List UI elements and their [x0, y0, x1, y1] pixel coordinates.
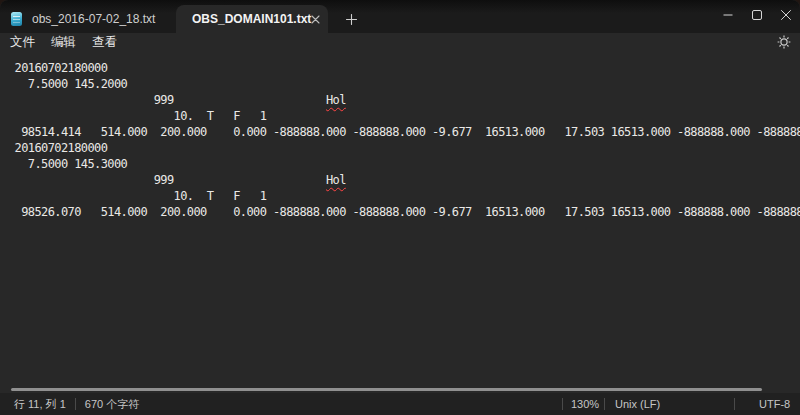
text-editor[interactable]: 20160702180000 7.5000 145.2000 999 Hol 1…	[0, 51, 800, 393]
editor-line: 7.5000 145.3000	[8, 156, 800, 172]
minimize-button[interactable]	[713, 0, 742, 30]
line-ending[interactable]: Unix (LF)	[605, 398, 734, 410]
settings-button[interactable]	[775, 34, 793, 50]
menu-edit[interactable]: 编辑	[46, 33, 81, 52]
editor-line: 7.5000 145.2000	[8, 76, 800, 92]
notepad-window: obs_2016-07-02_18.txt OBS_DOMAIN101.txt	[0, 0, 800, 415]
editor-line: 20160702180000	[8, 140, 800, 156]
editor-line: 20160702180000	[8, 60, 800, 76]
titlebar: obs_2016-07-02_18.txt OBS_DOMAIN101.txt	[0, 0, 800, 33]
misspelled-word: Hol	[326, 173, 346, 187]
gear-icon	[777, 35, 791, 49]
horizontal-scrollbar[interactable]	[0, 386, 800, 393]
minimize-icon	[723, 10, 733, 20]
editor-line: 10. T F 1	[8, 108, 800, 124]
cursor-position: 行 11, 列 1	[14, 397, 66, 412]
scrollbar-thumb[interactable]	[11, 388, 762, 391]
misspelled-word: Hol	[326, 93, 346, 107]
notepad-app-icon	[11, 12, 22, 26]
close-window-button[interactable]	[771, 0, 800, 30]
editor-line: 98526.070 514.000 200.000 0.000 -888888.…	[8, 204, 800, 220]
close-icon	[781, 10, 791, 20]
editor-line: 10. T F 1	[8, 188, 800, 204]
new-tab-button[interactable]	[340, 8, 362, 30]
editor-line: 999 Hol	[8, 172, 800, 188]
line-prefix: 999	[8, 93, 326, 107]
maximize-icon	[752, 10, 762, 20]
statusbar-separator	[75, 398, 76, 410]
character-count: 670 个字符	[85, 397, 139, 412]
zoom-level[interactable]: 130%	[563, 398, 604, 410]
line-prefix: 999	[8, 173, 326, 187]
plus-icon	[346, 14, 357, 25]
menu-view[interactable]: 查看	[87, 33, 122, 52]
editor-line: 999 Hol	[8, 92, 800, 108]
tab-label: obs_2016-07-02_18.txt	[32, 12, 155, 26]
statusbar: 行 11, 列 1 670 个字符 130% Unix (LF) UTF-8	[0, 393, 800, 415]
close-tab-icon[interactable]	[311, 10, 320, 28]
tab-obs-2016-07-02-18[interactable]: obs_2016-07-02_18.txt	[6, 5, 167, 33]
maximize-button[interactable]	[742, 0, 771, 30]
tab-label: OBS_DOMAIN101.txt	[192, 12, 311, 26]
menu-file[interactable]: 文件	[5, 33, 40, 52]
tab-obs-domain101[interactable]: OBS_DOMAIN101.txt	[176, 5, 328, 33]
window-caption-buttons	[713, 0, 800, 30]
menubar: 文件 编辑 查看	[0, 33, 800, 51]
encoding[interactable]: UTF-8	[735, 398, 800, 410]
editor-line: 98514.414 514.000 200.000 0.000 -888888.…	[8, 124, 800, 140]
